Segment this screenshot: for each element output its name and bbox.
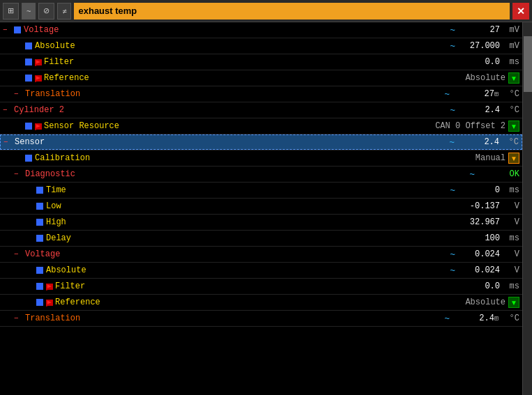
item-value: 27.000 — [458, 41, 500, 51]
item-label: Cylinder 2 — [14, 105, 64, 115]
content-area: −Voltage~27mVAbsolute~27.000mVFilter0.0m… — [0, 22, 532, 395]
dropdown-btn[interactable]: ▼ — [508, 153, 519, 164]
svg-marker-8 — [47, 300, 52, 304]
item-unit: °C — [499, 137, 519, 147]
item-value: 0.024 — [458, 265, 500, 275]
item-icon — [36, 235, 43, 242]
expand-icon[interactable]: − — [14, 314, 22, 323]
scrollbar[interactable] — [522, 22, 532, 395]
item-value: 2.4 — [457, 137, 499, 147]
tree-row[interactable]: Absolute~0.024V — [0, 263, 522, 278]
dropdown-btn[interactable]: ▼ — [508, 297, 519, 308]
item-label: Filter — [55, 281, 85, 291]
item-value-text: CAN 0 Offset 2 — [435, 121, 506, 131]
dropdown-btn[interactable]: ▼ — [508, 121, 519, 132]
item-value: -0.137 — [458, 201, 500, 211]
expand-icon[interactable]: − — [3, 138, 12, 146]
item-label: Sensor Resource — [44, 121, 119, 131]
expand-icon[interactable]: − — [3, 26, 11, 34]
flag-icon — [35, 75, 42, 82]
item-unit: mV — [500, 25, 519, 35]
item-label: Low — [46, 201, 61, 211]
item-label: Translation — [25, 313, 80, 323]
flag-icon — [46, 300, 53, 306]
grid-icon: ⊞ — [494, 314, 499, 323]
tree-row[interactable]: −Diagnostic~OK — [0, 166, 522, 182]
tree-row[interactable]: Filter0.0ms — [0, 279, 522, 294]
tree-row[interactable]: −Translation~27⊞°C — [0, 86, 522, 102]
tree-panel[interactable]: −Voltage~27mVAbsolute~27.000mVFilter0.0m… — [0, 22, 522, 395]
item-label: Voltage — [24, 25, 59, 35]
item-value: 0 — [458, 185, 500, 195]
tree-row[interactable]: −Voltage~0.024V — [0, 247, 522, 262]
tree-row[interactable]: ReferenceAbsolute▼ — [0, 295, 522, 310]
tree-row[interactable]: ReferenceAbsolute▼ — [0, 70, 522, 86]
item-value-text: Manual — [476, 153, 506, 163]
tilde-icon: ~ — [450, 249, 455, 260]
item-icon — [25, 42, 32, 49]
item-label: Reference — [55, 297, 100, 307]
item-icon — [25, 155, 32, 162]
item-unit: ms — [500, 185, 519, 195]
item-label: Time — [46, 185, 66, 195]
tree-row[interactable]: −Translation~2.4⊞°C — [0, 311, 522, 326]
item-icon — [25, 75, 32, 82]
tree-row[interactable]: Absolute~27.000mV — [0, 38, 522, 54]
item-unit: °C — [500, 105, 519, 115]
grid-btn[interactable]: ⊞ — [3, 3, 19, 20]
item-value: 2.4 — [453, 313, 494, 323]
item-icon — [36, 299, 43, 306]
item-label: Translation — [25, 89, 80, 99]
dropdown-btn[interactable]: ▼ — [508, 72, 519, 84]
close-btn[interactable]: ✕ — [512, 3, 529, 20]
tree-row[interactable]: Delay100ms — [0, 231, 522, 246]
item-unit: V — [500, 249, 519, 259]
search-input[interactable] — [74, 3, 510, 20]
tilde-icon: ~ — [450, 25, 455, 36]
item-label: Sensor — [15, 137, 45, 147]
svg-marker-0 — [36, 60, 40, 64]
item-icon — [25, 59, 32, 65]
tilde-icon: ~ — [450, 265, 455, 276]
item-icon — [25, 123, 32, 130]
neq-btn[interactable]: ≠ — [57, 3, 71, 20]
scrollbar-thumb[interactable] — [524, 36, 532, 92]
tree-row[interactable]: −Sensor~2.4°C — [0, 134, 522, 150]
item-unit: °C — [500, 89, 519, 99]
svg-marker-6 — [47, 284, 52, 288]
tree-row[interactable]: Sensor ResourceCAN 0 Offset 2▼ — [0, 118, 522, 134]
expand-icon[interactable]: − — [14, 90, 22, 98]
wave-btn[interactable]: ~ — [22, 3, 36, 20]
tree-row[interactable]: High32.967V — [0, 215, 522, 230]
flag-icon — [46, 284, 53, 290]
item-label: Diagnostic — [25, 169, 75, 179]
item-value: 100 — [458, 233, 500, 243]
tree-row[interactable]: Low-0.137V — [0, 199, 522, 214]
item-label: High — [46, 217, 66, 227]
tree-row[interactable]: CalibrationManual▼ — [0, 150, 522, 166]
expand-icon[interactable]: − — [14, 250, 22, 258]
tilde-icon: ~ — [444, 89, 450, 100]
expand-icon[interactable]: − — [14, 170, 22, 178]
item-icon — [36, 267, 43, 274]
item-label: Absolute — [35, 41, 75, 51]
tree-row[interactable]: Time~0ms — [0, 183, 522, 198]
expand-icon[interactable]: − — [3, 106, 11, 114]
no-btn[interactable]: ⊘ — [38, 3, 54, 20]
tilde-icon: ~ — [449, 137, 455, 148]
tilde-icon: ~ — [444, 313, 450, 324]
flag-icon — [35, 59, 42, 65]
tree-row[interactable]: −Voltage~27mV — [0, 22, 522, 38]
svg-marker-4 — [36, 124, 40, 128]
tilde-icon: ~ — [469, 169, 475, 180]
tree-row[interactable]: Filter0.0ms — [0, 54, 522, 70]
item-value: 2.4 — [458, 105, 500, 115]
item-unit: mV — [500, 41, 519, 51]
item-unit: V — [500, 217, 519, 227]
item-icon — [36, 203, 43, 210]
item-unit: ms — [500, 57, 519, 67]
tree-row[interactable]: −Cylinder 2~2.4°C — [0, 102, 522, 118]
item-value-text: Absolute — [465, 297, 506, 307]
item-icon — [14, 26, 21, 33]
item-value: 27 — [453, 89, 494, 99]
